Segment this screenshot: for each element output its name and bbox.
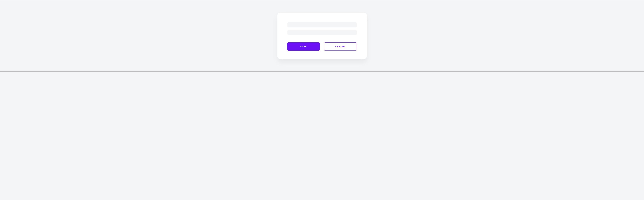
form-card: Save Cancel: [278, 13, 367, 59]
input-field-1[interactable]: [288, 22, 357, 27]
button-group: Save Cancel: [288, 42, 357, 51]
save-button[interactable]: Save: [288, 42, 320, 51]
cancel-button[interactable]: Cancel: [324, 42, 357, 51]
input-field-2[interactable]: [288, 30, 357, 35]
input-group: [288, 22, 357, 35]
